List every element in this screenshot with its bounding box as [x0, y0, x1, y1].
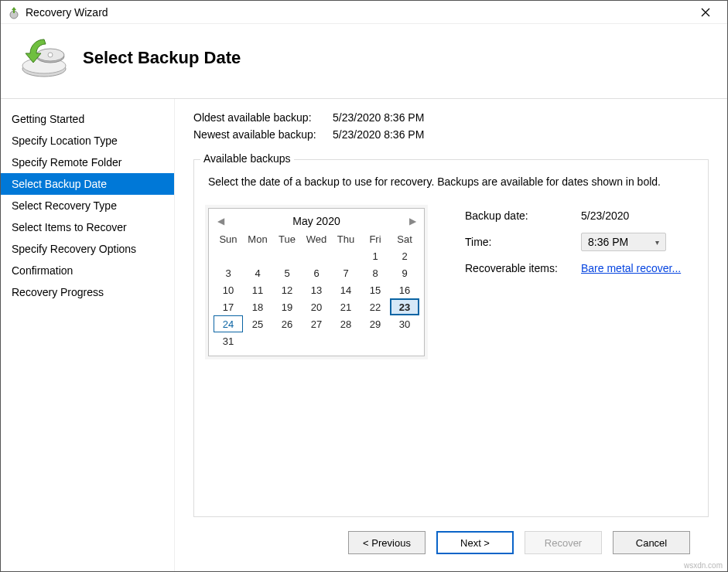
calendar-day[interactable]: 7	[331, 264, 361, 281]
group-inner: ◀ May 2020 ▶ Sun Mon Tue Wed Thu Fr	[208, 208, 694, 356]
sidebar-item-specify-recovery-options[interactable]: Specify Recovery Options	[1, 238, 174, 260]
next-button[interactable]: Next >	[436, 531, 514, 554]
calendar-week-row: 17181920212223	[214, 298, 419, 315]
oldest-backup-label: Oldest available backup:	[193, 111, 333, 124]
calendar-day[interactable]: 23	[390, 298, 419, 315]
recover-button: Recover	[525, 531, 602, 554]
calendar-day	[272, 332, 302, 349]
calendar-day[interactable]: 11	[243, 281, 272, 298]
calendar-dow: Tue	[272, 230, 302, 247]
calendar-day[interactable]: 25	[243, 315, 272, 332]
calendar-day[interactable]: 18	[243, 298, 272, 315]
sidebar-item-getting-started[interactable]: Getting Started	[1, 108, 174, 130]
calendar-day[interactable]: 10	[214, 281, 243, 298]
calendar-day[interactable]: 27	[302, 315, 331, 332]
calendar-day[interactable]: 31	[214, 332, 243, 349]
time-dropdown[interactable]: 8:36 PM ▾	[581, 233, 666, 251]
backup-date-row: Backup date: 5/23/2020	[465, 209, 694, 222]
close-button[interactable]	[690, 2, 721, 23]
recoverable-items-row: Recoverable items: Bare metal recover...	[465, 262, 694, 274]
calendar-day[interactable]: 6	[302, 264, 331, 281]
watermark: wsxdn.com	[684, 561, 723, 570]
calendar-day	[243, 332, 272, 349]
sidebar-item-select-backup-date[interactable]: Select Backup Date	[1, 173, 174, 195]
calendar-day[interactable]: 13	[302, 281, 331, 298]
calendar-month-title: May 2020	[226, 215, 407, 227]
calendar-dow: Thu	[331, 230, 361, 247]
window-title: Recovery Wizard	[26, 6, 690, 19]
calendar-day[interactable]: 1	[361, 247, 390, 264]
calendar-day[interactable]: 22	[361, 298, 390, 315]
calendar-day[interactable]: 4	[243, 264, 272, 281]
calendar-dow: Mon	[243, 230, 272, 247]
calendar-day[interactable]: 14	[331, 281, 361, 298]
newest-backup-row: Newest available backup: 5/23/2020 8:36 …	[193, 128, 709, 141]
sidebar-item-recovery-progress[interactable]: Recovery Progress	[1, 281, 174, 303]
calendar-day[interactable]: 28	[331, 315, 361, 332]
oldest-backup-value: 5/23/2020 8:36 PM	[333, 111, 709, 124]
wizard-footer: < Previous Next > Recover Cancel	[193, 517, 709, 571]
wizard-header: Select Backup Date	[1, 24, 727, 98]
time-value: 8:36 PM	[588, 236, 628, 248]
calendar-day[interactable]: 26	[272, 315, 302, 332]
oldest-backup-row: Oldest available backup: 5/23/2020 8:36 …	[193, 111, 709, 124]
calendar-day[interactable]: 29	[361, 315, 390, 332]
calendar-day	[243, 247, 272, 264]
page-title: Select Backup Date	[83, 48, 241, 68]
sidebar-item-select-items-to-recover[interactable]: Select Items to Recover	[1, 216, 174, 238]
calendar-week-row: 3456789	[214, 264, 419, 281]
cancel-button[interactable]: Cancel	[613, 531, 690, 554]
calendar-dow: Sat	[390, 230, 419, 247]
calendar-day[interactable]: 16	[390, 281, 419, 298]
calendar-day[interactable]: 8	[361, 264, 390, 281]
calendar-day[interactable]: 3	[214, 264, 243, 281]
calendar-day[interactable]: 21	[331, 298, 361, 315]
calendar-dow-row: Sun Mon Tue Wed Thu Fri Sat	[214, 230, 419, 247]
calendar-week-row: 31	[214, 332, 419, 349]
calendar-day	[331, 332, 361, 349]
calendar-day[interactable]: 9	[390, 264, 419, 281]
newest-backup-value: 5/23/2020 8:36 PM	[333, 128, 709, 141]
calendar-day[interactable]: 20	[302, 298, 331, 315]
calendar-dow: Fri	[361, 230, 390, 247]
calendar-day	[272, 247, 302, 264]
calendar-day[interactable]: 15	[361, 281, 390, 298]
newest-backup-label: Newest available backup:	[193, 128, 333, 141]
calendar-day[interactable]: 30	[390, 315, 419, 332]
backup-details: Backup date: 5/23/2020 Time: 8:36 PM ▾	[465, 208, 694, 285]
sidebar-item-specify-location-type[interactable]: Specify Location Type	[1, 130, 174, 152]
sidebar-item-select-recovery-type[interactable]: Select Recovery Type	[1, 195, 174, 216]
calendar-day[interactable]: 19	[272, 298, 302, 315]
available-backups-group: Available backups Select the date of a b…	[193, 159, 709, 517]
group-description: Select the date of a backup to use for r…	[208, 175, 694, 188]
calendar-day[interactable]: 5	[272, 264, 302, 281]
recoverable-items-link[interactable]: Bare metal recover...	[581, 262, 681, 274]
previous-button[interactable]: < Previous	[348, 531, 426, 554]
calendar-day[interactable]: 17	[214, 298, 243, 315]
group-label: Available backups	[200, 152, 294, 165]
recovery-wizard-window: Recovery Wizard Select Backup Date Gett	[0, 0, 728, 572]
sidebar-item-specify-remote-folder[interactable]: Specify Remote Folder	[1, 152, 174, 173]
time-label: Time:	[465, 236, 581, 248]
svg-point-7	[48, 53, 53, 57]
recovery-icon	[19, 36, 73, 80]
calendar-week-row: 10111213141516	[214, 281, 419, 298]
calendar-grid: Sun Mon Tue Wed Thu Fri Sat 123456789101…	[209, 230, 424, 356]
calendar-day[interactable]: 12	[272, 281, 302, 298]
backup-date-value: 5/23/2020	[581, 209, 694, 222]
backup-date-calendar: ◀ May 2020 ▶ Sun Mon Tue Wed Thu Fr	[208, 208, 425, 356]
app-icon	[7, 5, 21, 19]
calendar-day	[361, 332, 390, 349]
calendar-day	[302, 247, 331, 264]
recoverable-items-label: Recoverable items:	[465, 262, 581, 274]
calendar-day[interactable]: 2	[390, 247, 419, 264]
calendar-day[interactable]: 24	[214, 315, 243, 332]
wizard-content: Oldest available backup: 5/23/2020 8:36 …	[175, 99, 727, 571]
time-row: Time: 8:36 PM ▾	[465, 233, 694, 251]
calendar-day	[302, 332, 331, 349]
sidebar-item-confirmation[interactable]: Confirmation	[1, 260, 174, 281]
titlebar: Recovery Wizard	[1, 1, 727, 24]
calendar-next-button[interactable]: ▶	[407, 216, 418, 226]
calendar-prev-button[interactable]: ◀	[215, 216, 226, 226]
chevron-down-icon: ▾	[655, 238, 659, 247]
